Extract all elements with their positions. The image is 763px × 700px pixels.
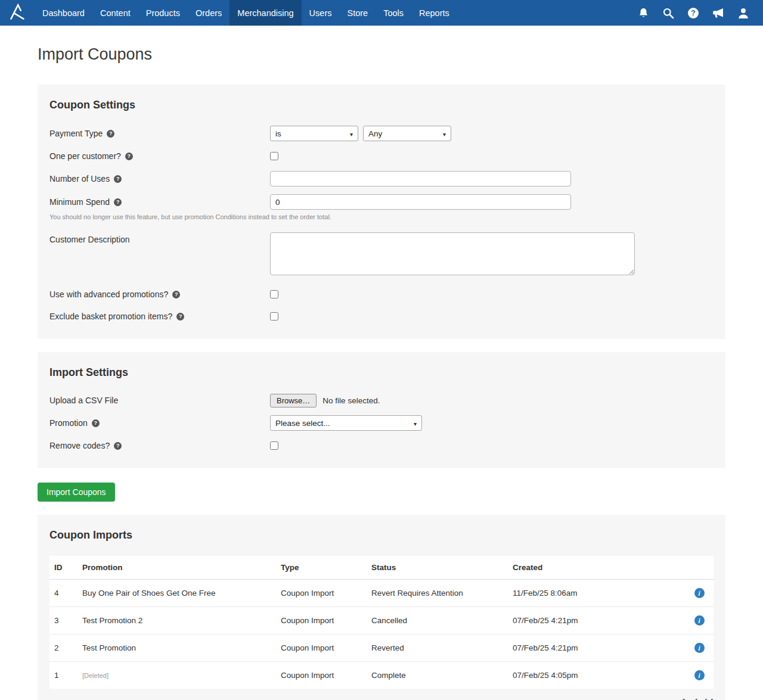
info-icon[interactable]: [694, 588, 705, 598]
info-icon[interactable]: [694, 643, 705, 653]
col-header-actions: [685, 556, 714, 580]
one-per-customer-label-col: One per customer?: [49, 151, 270, 161]
customer-description-textarea[interactable]: [270, 232, 635, 275]
exclude-basket-checkbox[interactable]: [270, 312, 278, 321]
minimum-spend-label: Minimum Spend: [49, 197, 110, 207]
payment-type-row: Payment Type is Any: [49, 126, 714, 141]
remove-codes-checkbox[interactable]: [270, 441, 278, 450]
remove-codes-row: Remove codes?: [49, 438, 714, 453]
col-header-created: Created: [508, 556, 685, 580]
nav-item-store[interactable]: Store: [339, 0, 376, 26]
one-per-customer-row: One per customer?: [49, 149, 714, 163]
info-icon[interactable]: [694, 615, 705, 626]
cell-type: Coupon Import: [276, 580, 367, 607]
import-settings-heading: Import Settings: [49, 366, 714, 379]
number-of-uses-input[interactable]: [270, 171, 571, 186]
remove-codes-label: Remove codes?: [49, 441, 110, 450]
payment-type-label: Payment Type: [49, 129, 103, 138]
import-coupons-button[interactable]: Import Coupons: [38, 483, 115, 502]
nav-item-products[interactable]: Products: [138, 0, 188, 26]
nav-item-users[interactable]: Users: [302, 0, 340, 26]
customer-description-row: Customer Description: [49, 232, 714, 275]
table-row: 3 Test Promotion 2 Coupon Import Cancell…: [49, 607, 714, 634]
exclude-basket-label: Exclude basket promotion items?: [49, 312, 172, 321]
cell-created: 07/Feb/25 4:21pm: [508, 607, 685, 634]
coupon-settings-heading: Coupon Settings: [49, 99, 714, 111]
nav-item-tools[interactable]: Tools: [376, 0, 411, 26]
nav-icons: ?: [637, 0, 763, 26]
cell-promotion-deleted: [Deleted]: [77, 662, 276, 689]
payment-type-value-select[interactable]: Any: [363, 126, 451, 141]
cell-status: Reverted: [367, 634, 508, 662]
cell-created: 11/Feb/25 8:06am: [508, 580, 685, 607]
app-logo[interactable]: [0, 0, 35, 26]
one-per-customer-checkbox[interactable]: [270, 152, 278, 160]
table-row: 2 Test Promotion Coupon Import Reverted …: [49, 634, 714, 662]
browse-file-button[interactable]: Browse…: [270, 394, 317, 407]
coupon-imports-table: ID Promotion Type Status Created 4 Buy O…: [49, 556, 714, 689]
info-icon[interactable]: [694, 670, 705, 680]
cell-type: Coupon Import: [276, 607, 367, 634]
cell-actions: [685, 607, 714, 634]
logo-icon: [9, 4, 26, 23]
selected-option-label: Any: [368, 129, 382, 138]
promotion-label-col: Promotion: [49, 418, 270, 428]
top-navbar: Dashboard Content Products Orders Mercha…: [0, 0, 763, 26]
promotion-select[interactable]: Please select...: [270, 415, 422, 431]
one-per-customer-help-icon[interactable]: [125, 153, 133, 160]
file-status-text: No file selected.: [322, 396, 380, 405]
chevron-down-icon: [438, 129, 446, 138]
upload-csv-row: Upload a CSV File Browse… No file select…: [49, 393, 714, 407]
nav-item-reports[interactable]: Reports: [411, 0, 457, 26]
cell-created: 07/Feb/25 4:05pm: [508, 662, 685, 689]
col-header-promotion: Promotion: [77, 556, 276, 580]
exclude-basket-row: Exclude basket promotion items?: [49, 309, 714, 323]
selected-option-label: Please select...: [275, 419, 330, 428]
advanced-promotions-row: Use with advanced promotions?: [49, 287, 714, 301]
col-header-type: Type: [276, 556, 367, 580]
chevron-down-icon: [345, 129, 353, 138]
advanced-promotions-help-icon[interactable]: [172, 291, 180, 298]
number-of-uses-label: Number of Uses: [49, 174, 110, 183]
announcements-megaphone-icon[interactable]: [712, 7, 725, 20]
selected-option-label: is: [275, 129, 281, 138]
customer-description-label-col: Customer Description: [49, 232, 270, 244]
cell-id: 1: [49, 662, 77, 689]
notifications-bell-icon[interactable]: [637, 7, 650, 20]
coupon-imports-panel: Coupon Imports ID Promotion Type Status …: [38, 515, 725, 700]
cell-id: 2: [49, 634, 77, 662]
payment-type-operator-select[interactable]: is: [270, 126, 358, 141]
pagination-summary: 1 - 4 of 4: [49, 697, 714, 700]
advanced-promotions-label-col: Use with advanced promotions?: [49, 290, 270, 299]
one-per-customer-label: One per customer?: [49, 151, 121, 161]
cell-id: 3: [49, 607, 77, 634]
number-of-uses-help-icon[interactable]: [114, 175, 122, 183]
page-title: Import Coupons: [38, 45, 725, 64]
advanced-promotions-label: Use with advanced promotions?: [49, 290, 168, 299]
nav-item-orders[interactable]: Orders: [188, 0, 229, 26]
nav-item-dashboard[interactable]: Dashboard: [35, 0, 92, 26]
col-header-status: Status: [367, 556, 508, 580]
payment-type-help-icon[interactable]: [107, 130, 114, 138]
account-user-icon[interactable]: [737, 7, 750, 20]
cell-id: 4: [49, 580, 77, 607]
nav-item-merchandising[interactable]: Merchandising: [229, 0, 301, 26]
customer-description-label: Customer Description: [49, 235, 130, 244]
minimum-spend-note: You should no longer use this feature, b…: [49, 213, 714, 220]
cell-actions: [685, 634, 714, 662]
number-of-uses-label-col: Number of Uses: [49, 174, 270, 183]
promotion-label: Promotion: [49, 418, 88, 428]
nav-item-content[interactable]: Content: [92, 0, 138, 26]
advanced-promotions-checkbox[interactable]: [270, 290, 278, 298]
exclude-basket-help-icon[interactable]: [176, 313, 184, 321]
coupon-imports-heading: Coupon Imports: [49, 529, 714, 542]
cell-status: Cancelled: [367, 607, 508, 634]
remove-codes-help-icon[interactable]: [114, 442, 122, 450]
minimum-spend-input[interactable]: [270, 194, 571, 210]
help-icon[interactable]: ?: [687, 7, 700, 20]
promotion-help-icon[interactable]: [92, 419, 100, 427]
search-icon[interactable]: [662, 7, 675, 20]
cell-status: Complete: [367, 662, 508, 689]
minimum-spend-help-icon[interactable]: [114, 198, 122, 206]
nav-spacer: [457, 0, 637, 26]
